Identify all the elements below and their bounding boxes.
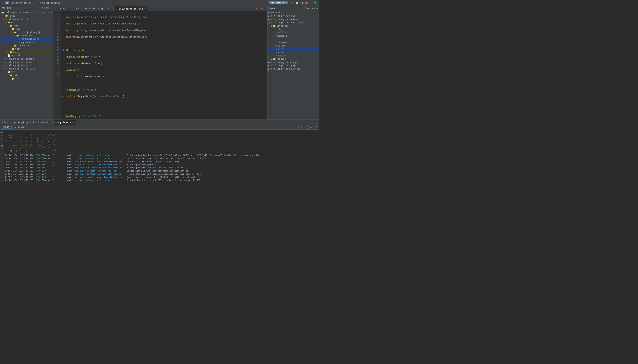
maven-lifecycle-install[interactable]: ➤ ▶ ⚙ install [268, 48, 319, 51]
bookmarks-icon[interactable]: 🔖 1 [256, 7, 261, 10]
maven-download-icon[interactable]: ⬇ [310, 7, 311, 10]
more-console-icon[interactable]: ⋮ [315, 126, 318, 128]
maven-lifecycle-validate[interactable]: ▶ ⚙ validate [268, 31, 319, 34]
sidebar-item-idea[interactable]: ▶ 📁 .idea [0, 14, 53, 18]
collapse-icon[interactable]: ⊟ [46, 6, 48, 9]
code-line-18 [62, 108, 266, 112]
tab-testserviceimpl[interactable]: ☕ TestServiceImpl.java [81, 6, 114, 12]
align-icon[interactable]: ≡ [1, 134, 3, 137]
sidebar-item-test[interactable]: ▶ 📁 test [0, 47, 53, 50]
version-control-button[interactable]: Version control ▾ [40, 2, 62, 4]
bottom-tab-install-close[interactable]: ✕ [51, 121, 52, 123]
maven-lifecycle-compile[interactable]: ▶ ⚙ compile [268, 34, 319, 38]
pause-icon[interactable]: ⏸ [303, 126, 306, 128]
close-sidebar-icon[interactable]: ✕ [48, 6, 50, 9]
sidebar-item-pkg[interactable]: ▼ 📁 cn.com.jialiangkj [0, 31, 53, 34]
sidebar-header: Project ▾ ⊕ ⟳ ⊟ ✕ — [0, 6, 53, 10]
sidebar-item-svc-main[interactable]: ▼ 📁 main [0, 74, 53, 77]
maven-lifecycle-site[interactable]: ▶ ⚙ site [268, 51, 319, 54]
warning-icon[interactable]: ⚠ [1, 141, 3, 144]
tab-close-testcontroller[interactable]: ✕ [144, 8, 145, 10]
more-tabs-icon[interactable]: ⋮ [264, 7, 266, 10]
bottom-tab-run[interactable]: ▶ Run [0, 120, 10, 125]
info-icon[interactable]: ℹ [1, 137, 3, 140]
sidebar-item-target[interactable]: ▶ 📁 target [0, 50, 53, 54]
more-icon[interactable]: ⋯ [310, 1, 312, 5]
sidebar-item-java[interactable]: ▼ 📁 java [0, 28, 53, 31]
add-icon[interactable]: ⊕ [42, 6, 43, 9]
tab-testservice[interactable]: ☕ TestService.java [53, 6, 81, 12]
maven-run-icon[interactable]: ▶ [314, 7, 315, 10]
maven-refresh-icon[interactable]: ⟳ [305, 7, 307, 10]
stop-icon[interactable]: ■ [301, 126, 302, 128]
sidebar-item-pojo[interactable]: ▶ m jaliangkj-pet-pojo [0, 64, 53, 67]
code-editor[interactable]: 4 5 6 7 8 9 10 11 12 13 14 15 16 17 [53, 12, 268, 120]
menu-icon[interactable]: ☰ [2, 2, 4, 4]
expand-icon[interactable]: ⬆ [262, 7, 263, 10]
sidebar-item-resources[interactable]: ▶ 📁 resources [0, 44, 53, 47]
sidebar-item-service[interactable]: ▼ m jaliangkj-pet-service [0, 67, 53, 70]
terminal-icon[interactable]: ⊡ [311, 126, 312, 128]
code-content[interactable]: import org.springframework.beans.factory… [61, 12, 268, 120]
bottom-tab-application-close[interactable]: ✕ [73, 121, 74, 123]
code-line-7: import org.springframework.web.bind.anno… [62, 35, 266, 38]
sidebar-item-application[interactable]: ▶ ☕ Application [0, 41, 53, 44]
maven-add-icon[interactable]: ⊕ [307, 7, 309, 10]
log-line-3: 2024-11-04 12:15:17.085 INFO 9348 --- [ … [5, 160, 318, 163]
maven-lifecycle[interactable]: ▼ 📁 Lifecycle [268, 24, 319, 28]
bottom-panel: ▶ Run ⚙ jaliangkj-pet-dev [install] ✕ ▶ … [0, 120, 319, 182]
spring-banner-line1: ____ [5, 130, 318, 134]
settings-icon[interactable]: ⚙ [301, 1, 303, 5]
maven-item-api[interactable]: ▶ m jaliangkj-pet-api [268, 14, 319, 18]
notifications-icon[interactable]: 🔔 [295, 1, 299, 5]
user-icon[interactable]: 👤 [290, 1, 293, 5]
sidebar-item-common[interactable]: ▶ m jaliangkj-pet-common [0, 57, 53, 60]
log-line-7: 2024-11-04 12:15:17.138 INFO 9348 --- [ … [5, 172, 318, 176]
search-icon[interactable]: 🔍 [314, 1, 318, 5]
maven-item-pojo[interactable]: ▶ m jaliangkj-pet-pojo [268, 64, 319, 67]
maven-item-dev[interactable]: ▼ m jaliangkj-pet-dev (root) [268, 21, 319, 24]
maven-profiles[interactable]: ▶ Profiles [268, 11, 319, 14]
maven-lifecycle-deploy[interactable]: ▶ ⚙ deploy [268, 54, 319, 57]
sidebar-item-main[interactable]: ▼ 📁 main [0, 24, 53, 28]
spring-banner-line5: ' |____| .__|_| |_|_| |_\__, | / / / / [5, 143, 318, 146]
maven-plus-icon[interactable]: + [312, 7, 313, 10]
maven-lifecycle-package[interactable]: ▶ ⚙ package [268, 41, 319, 44]
maven-plugins[interactable]: ▶ 📁 Plugins [268, 57, 319, 61]
minimize-icon[interactable]: — [51, 6, 52, 9]
console-gutter: ▲ ≡ ℹ ⚠ 🗑 [0, 130, 4, 182]
sidebar-item-svc-java[interactable]: ▶ 📁 java [0, 77, 53, 80]
maven-lifecycle-verify[interactable]: ▶ ⚙ verify [268, 44, 319, 48]
console-tab-actuator[interactable]: Actuator [14, 126, 27, 129]
bottom-tab-install[interactable]: ⚙ jaliangkj-pet-dev [install] ✕ [10, 120, 54, 125]
sidebar-item-src[interactable]: ▼ 📁 src [0, 21, 53, 24]
console-toolbar: Console Actuator ⟳ ■ ⏸ 📷 ⊡ ⊟ ⋮ [0, 125, 319, 130]
sidebar-item-testcontroller[interactable]: ▶ ☕ TestController [0, 37, 53, 41]
application-run-button[interactable]: Application ▾ [269, 1, 288, 4]
close-button[interactable]: ✕ [305, 2, 308, 4]
bottom-tab-application[interactable]: ▶ Application ✕ [54, 120, 76, 125]
camera-icon[interactable]: 📷 [307, 126, 309, 128]
sidebar-item-mapper[interactable]: ▶ m jaliangkj-pet-mapper [0, 60, 53, 64]
sidebar-item-api[interactable]: ▶ m jaliangkj-pet-api [0, 18, 53, 21]
trash-icon[interactable]: 🗑 [1, 144, 3, 148]
spring-banner-line7: :: Spring Boot :: (v2.7.18) [5, 149, 318, 152]
console-tab-console[interactable]: Console [2, 126, 13, 129]
filter-icon[interactable]: ⊟ [313, 126, 314, 128]
sidebar-item-svc-src[interactable]: ▼ 📁 src [0, 70, 53, 74]
maven-item-service[interactable]: ▶ m jaliangkj-pet-service [268, 67, 319, 70]
sync-icon[interactable]: ⟳ [44, 6, 46, 9]
project-dropdown-arrow[interactable]: ▾ [34, 2, 35, 4]
restart-icon[interactable]: ⟳ [298, 126, 300, 128]
maven-lifecycle-test[interactable]: ▶ ⚙ test [268, 38, 319, 41]
log-line-8: 2024-11-04 12:15:17.286 INFO 9348 --- [ … [5, 176, 318, 179]
maven-item-common[interactable]: ▶ m jaliangkj-pet-common [268, 18, 319, 21]
maven-more-icon[interactable]: ⋯ [316, 7, 318, 10]
tab-testcontroller[interactable]: ☕ TestController.java ✕ [114, 6, 147, 12]
maven-lifecycle-clean[interactable]: ▶ ⚙ clean [268, 28, 319, 31]
scroll-up-icon[interactable]: ▲ [1, 130, 3, 134]
sidebar-item-controller[interactable]: ▼ 📁 controller [0, 34, 53, 37]
sidebar-item-root[interactable]: ▼ 📁 jaliangkj-pet-dev E:\sourceTree\gite… [0, 11, 53, 14]
maven-item-mapper[interactable]: ▶ m jaliangkj-pet-mapper [268, 61, 319, 64]
sidebar-item-pom[interactable]: ▶ 📄 pom.xml [0, 54, 53, 57]
